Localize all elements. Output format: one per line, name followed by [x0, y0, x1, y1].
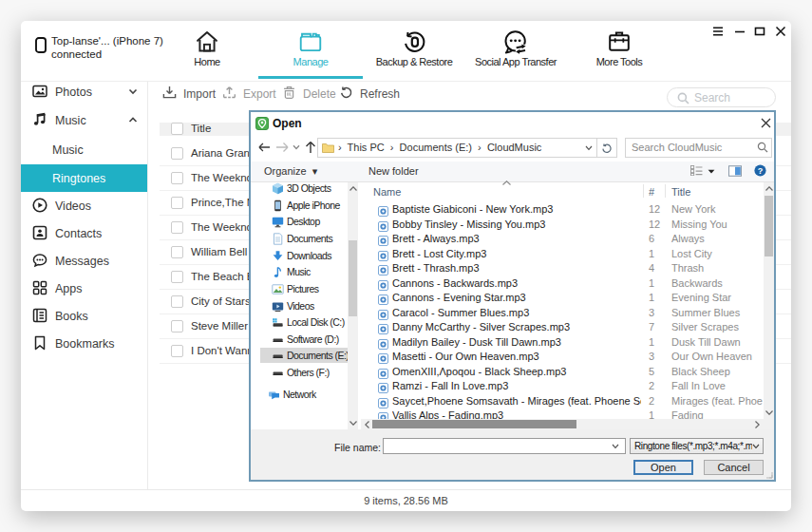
svg-text:?: ? [758, 166, 764, 176]
